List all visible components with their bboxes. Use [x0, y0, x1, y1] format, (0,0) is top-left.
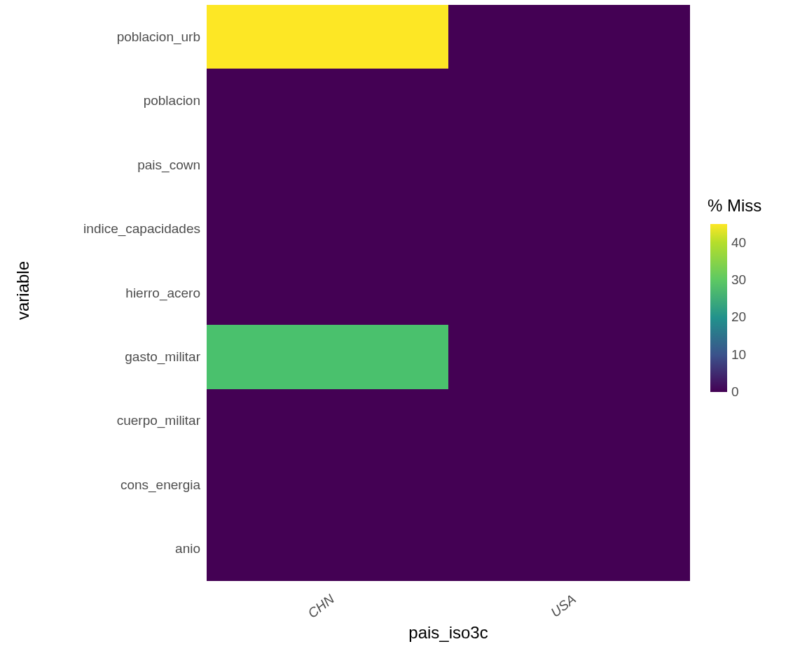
y-tick-label: hierro_acero — [125, 286, 200, 301]
heatmap-cell — [207, 453, 448, 517]
heatmap-cell — [207, 325, 448, 388]
heatmap-cell — [207, 69, 448, 132]
heatmap-cell — [448, 517, 690, 581]
legend-title: % Miss — [708, 196, 799, 216]
x-tick-label: CHN — [300, 592, 337, 625]
heatmap-cell — [448, 261, 690, 325]
legend: % Miss 010203040 — [708, 196, 799, 392]
y-tick-label: cuerpo_militar — [117, 413, 200, 428]
y-tick-label: indice_capacidades — [83, 221, 200, 237]
legend-tick-label: 10 — [731, 347, 746, 363]
heatmap-cell — [207, 261, 448, 325]
heatmap-chart: variable poblacion_urbpoblacionpais_cown… — [0, 0, 807, 672]
heatmap-cell — [448, 133, 690, 197]
legend-tick-mark — [727, 243, 730, 244]
heatmap-cell — [207, 389, 448, 453]
y-tick-label: gasto_militar — [125, 349, 200, 365]
heatmap-cell — [207, 133, 448, 197]
heatmap-cell — [448, 5, 690, 69]
heatmap-cell — [207, 517, 448, 581]
heatmap-cell — [448, 325, 690, 388]
legend-colorbar: 010203040 — [710, 224, 727, 392]
y-tick-label: anio — [175, 541, 200, 556]
x-tick-label: USA — [542, 592, 579, 625]
y-axis-title: variable — [13, 0, 34, 581]
legend-tick-mark — [727, 392, 730, 393]
x-axis-title: pais_iso3c — [207, 623, 690, 643]
legend-tick-mark — [727, 280, 730, 281]
heatmap-cell — [448, 453, 690, 517]
y-tick-label: poblacion_urb — [117, 29, 200, 45]
heatmap-cell — [207, 5, 448, 69]
heatmap-cell — [448, 389, 690, 453]
legend-tick-label: 20 — [731, 309, 746, 325]
legend-tick-label: 30 — [731, 272, 746, 288]
heatmap-cell — [448, 197, 690, 260]
legend-tick-label: 40 — [731, 235, 746, 251]
y-tick-label: poblacion — [144, 93, 200, 108]
legend-tick-label: 0 — [731, 384, 739, 400]
heatmap-cell — [207, 197, 448, 260]
y-tick-label: pais_cown — [137, 158, 200, 173]
legend-tick-mark — [727, 355, 730, 356]
plot-area — [207, 5, 690, 581]
legend-tick-mark — [727, 317, 730, 318]
y-tick-label: cons_energia — [120, 477, 200, 493]
heatmap-cell — [448, 69, 690, 132]
